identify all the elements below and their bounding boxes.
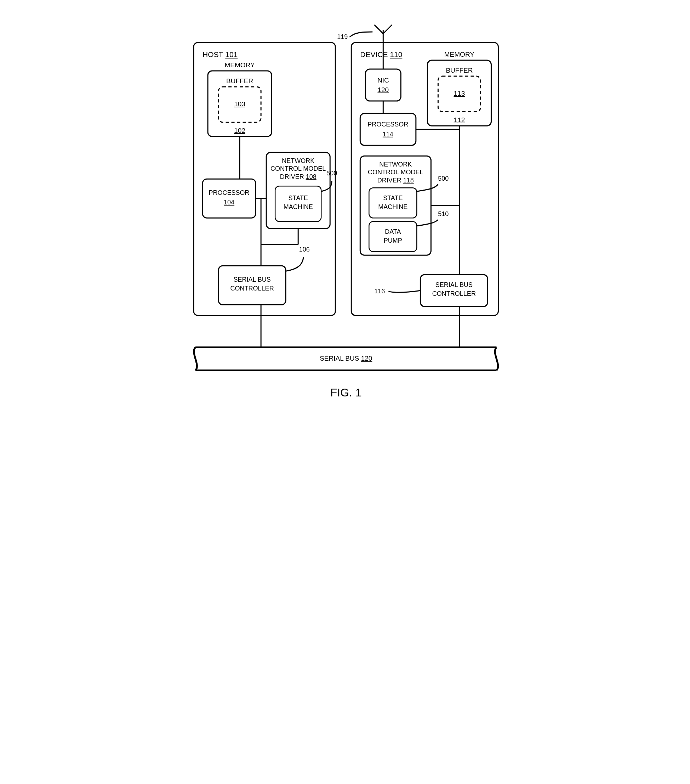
device-sbc-l2: CONTROLLER	[432, 290, 476, 297]
host-state-callout: 500	[327, 170, 337, 177]
serial-bus-label: SERIAL BUS 120	[320, 355, 372, 362]
device-sbc-callout: 116	[374, 288, 385, 295]
device-state-callout: 500	[438, 175, 449, 182]
device-nic-label: NIC	[378, 77, 389, 84]
device-processor-box	[360, 114, 416, 145]
device-memory-label: MEMORY	[444, 51, 475, 58]
device-memory-ref: 112	[454, 116, 465, 124]
device-title: DEVICE 110	[360, 50, 402, 58]
device-driver-l2: CONTROL MODEL	[368, 169, 423, 176]
device-data-pump-box	[369, 221, 417, 252]
host-sbc-callout: 106	[299, 246, 310, 253]
device-nic-ref: 120	[378, 86, 389, 94]
host-processor-ref: 104	[224, 199, 234, 206]
host-memory-ref: 102	[234, 127, 245, 134]
device-pump-callout: 510	[438, 211, 449, 217]
device-driver-l3: DRIVER 118	[378, 177, 414, 184]
device-processor-ref: 114	[383, 131, 393, 138]
device-driver-l1: NETWORK	[379, 161, 412, 168]
device-pump-l2: PUMP	[384, 237, 402, 244]
host-memory-label: MEMORY	[225, 61, 255, 69]
host-driver-l3: DRIVER 108	[280, 173, 317, 180]
host-buffer-ref: 103	[234, 100, 245, 108]
host-processor-box	[202, 179, 256, 218]
device-buffer-label: BUFFER	[446, 67, 473, 74]
host-state-l2: MACHINE	[284, 203, 313, 211]
host-buffer-label: BUFFER	[226, 77, 253, 85]
host-processor-label: PROCESSOR	[209, 189, 250, 196]
figure-label: FIG. 1	[330, 386, 362, 399]
antenna-callout: 119	[337, 33, 348, 40]
device-nic-box	[365, 69, 401, 101]
device-state-l2: MACHINE	[378, 203, 407, 211]
host-sbc-l2: CONTROLLER	[230, 285, 274, 292]
host-driver-l2: CONTROL MODEL	[271, 165, 326, 172]
antenna-callout-line	[350, 32, 373, 37]
device-state-machine-box	[369, 188, 417, 218]
device-sbc-l1: SERIAL BUS	[435, 281, 473, 288]
host-state-l1: STATE	[289, 194, 308, 202]
device-state-l1: STATE	[383, 194, 402, 202]
host-sbc-l1: SERIAL BUS	[233, 276, 271, 283]
host-title: HOST 101	[202, 50, 238, 58]
system-block-diagram: HOST 101 MEMORY BUFFER 103 102 PROCESSOR…	[172, 14, 518, 406]
host-driver-l1: NETWORK	[282, 157, 314, 165]
device-pump-l1: DATA	[385, 228, 401, 235]
device-buffer-ref: 113	[454, 90, 465, 97]
device-processor-label: PROCESSOR	[368, 121, 408, 128]
